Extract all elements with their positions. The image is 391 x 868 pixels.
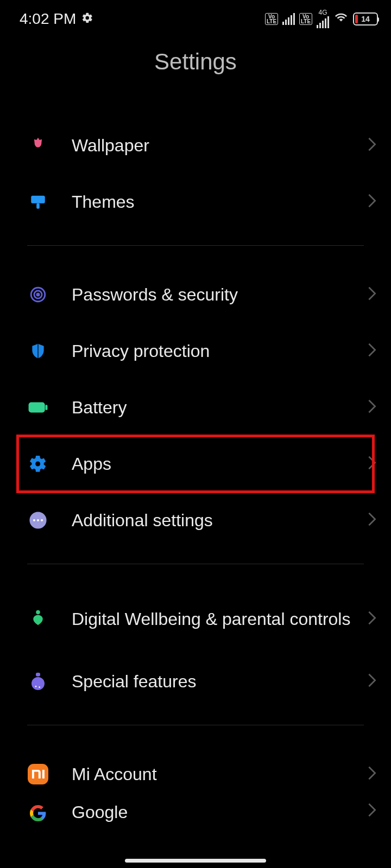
brush-icon bbox=[27, 191, 49, 213]
gear-icon bbox=[27, 453, 49, 475]
shield-icon bbox=[27, 340, 49, 362]
svg-rect-1 bbox=[36, 203, 40, 209]
svg-point-4 bbox=[37, 293, 39, 296]
chevron-right-icon bbox=[367, 455, 377, 473]
settings-item-passwords[interactable]: Passwords & security bbox=[0, 266, 391, 323]
settings-item-label: Themes bbox=[72, 191, 367, 213]
svg-point-12 bbox=[36, 610, 40, 615]
settings-item-special[interactable]: Special features bbox=[0, 653, 391, 710]
settings-item-themes[interactable]: Themes bbox=[0, 174, 391, 230]
settings-item-label: Battery bbox=[72, 397, 367, 418]
settings-item-mi-account[interactable]: Mi Account bbox=[0, 746, 391, 802]
settings-item-additional[interactable]: Additional settings bbox=[0, 492, 391, 548]
signal-bars-icon-1 bbox=[282, 13, 295, 25]
section-divider bbox=[27, 245, 364, 246]
chevron-right-icon bbox=[367, 193, 377, 210]
svg-point-9 bbox=[33, 519, 35, 521]
signal-bars-icon-2 bbox=[317, 16, 329, 28]
settings-item-wallpaper[interactable]: Wallpaper bbox=[0, 117, 391, 174]
settings-item-label: Apps bbox=[72, 453, 367, 475]
battery-percent: 14 bbox=[354, 15, 377, 23]
flask-icon bbox=[27, 671, 49, 692]
svg-point-10 bbox=[37, 519, 39, 521]
settings-item-label: Digital Wellbeing & parental controls bbox=[72, 608, 367, 630]
chevron-right-icon bbox=[367, 512, 377, 529]
tulip-icon bbox=[27, 135, 49, 156]
svg-point-7 bbox=[35, 462, 40, 467]
chevron-right-icon bbox=[367, 342, 377, 360]
volte-icon-2: VoLTE bbox=[299, 13, 312, 25]
chevron-right-icon bbox=[367, 137, 377, 154]
settings-item-apps[interactable]: Apps bbox=[0, 436, 391, 492]
chevron-right-icon bbox=[367, 610, 377, 628]
svg-rect-13 bbox=[36, 673, 40, 676]
section-divider bbox=[27, 725, 364, 725]
section-divider bbox=[27, 564, 364, 564]
settings-item-wellbeing[interactable]: Digital Wellbeing & parental controls bbox=[0, 585, 391, 653]
svg-point-15 bbox=[35, 686, 37, 687]
settings-item-privacy[interactable]: Privacy protection bbox=[0, 323, 391, 379]
wifi-icon bbox=[333, 12, 349, 26]
settings-item-label: Passwords & security bbox=[72, 284, 367, 305]
mi-logo-icon bbox=[27, 763, 49, 785]
battery-icon: 14 bbox=[353, 12, 378, 25]
settings-item-label: Additional settings bbox=[72, 509, 367, 531]
settings-item-label: Google bbox=[72, 802, 367, 822]
settings-item-label: Wallpaper bbox=[72, 135, 367, 156]
more-icon bbox=[27, 509, 49, 531]
svg-rect-0 bbox=[31, 196, 45, 203]
signal-2-wrap: 4G bbox=[317, 10, 329, 28]
settings-item-battery[interactable]: Battery bbox=[0, 379, 391, 436]
chevron-right-icon bbox=[367, 673, 377, 690]
wellbeing-icon bbox=[27, 608, 49, 630]
chevron-right-icon bbox=[367, 802, 377, 820]
chevron-right-icon bbox=[367, 399, 377, 416]
svg-point-11 bbox=[41, 519, 43, 521]
settings-item-google[interactable]: Google bbox=[0, 802, 391, 828]
settings-item-label: Mi Account bbox=[72, 763, 367, 785]
svg-rect-17 bbox=[28, 764, 48, 784]
network-type-label: 4G bbox=[318, 10, 327, 15]
status-bar: 4:02 PM VoLTE VoLTE 4G 14 bbox=[0, 0, 391, 38]
gear-icon bbox=[81, 12, 93, 26]
fingerprint-icon bbox=[27, 284, 49, 305]
chevron-right-icon bbox=[367, 286, 377, 303]
battery-icon bbox=[27, 397, 49, 418]
gesture-bar[interactable] bbox=[125, 859, 266, 863]
volte-icon-1: VoLTE bbox=[265, 13, 278, 25]
settings-item-label: Privacy protection bbox=[72, 340, 367, 362]
google-icon bbox=[27, 802, 49, 824]
svg-rect-5 bbox=[29, 403, 45, 413]
page-title: Settings bbox=[0, 49, 391, 75]
svg-point-16 bbox=[39, 686, 40, 688]
settings-item-label: Special features bbox=[72, 671, 367, 692]
svg-rect-6 bbox=[45, 405, 47, 410]
svg-point-14 bbox=[31, 677, 45, 690]
status-time: 4:02 PM bbox=[20, 10, 76, 28]
chevron-right-icon bbox=[367, 765, 377, 783]
